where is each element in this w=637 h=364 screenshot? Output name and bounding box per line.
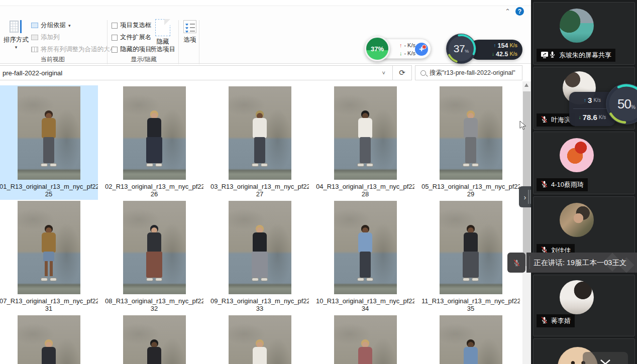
model-figure [355,110,375,171]
size-columns-button[interactable]: 将所有列调整为合适的大小 [31,45,116,54]
hidden-items-checkbox[interactable]: 隐藏的项目 [112,45,152,54]
group-by-icon [31,23,38,28]
participant-name-bar: 蒋李婧 [537,314,575,327]
download-speed: 42.5 [496,51,508,58]
speed-unit: K/s [593,97,600,103]
file-item[interactable]: 05_R13_original_r13_m_nyc_pf22_029 [421,85,520,200]
file-item[interactable]: 04_R13_original_r13_m_nyc_pf22_028 [316,85,414,200]
file-item[interactable]: 10_R13_original_r13_m_nyc_pf22_034 [316,200,414,314]
file-thumbnail [123,86,186,180]
meeting-participants-panel: 东坡朱的屏幕共享 叶海滨 4-10蔡雨琦 刘佳佳 [531,0,637,364]
sidebar-expand-button[interactable]: › [519,186,531,207]
sort-icon [10,20,23,33]
file-item[interactable] [210,314,309,364]
download-speed: 78.6 [583,113,597,122]
file-thumbnail [123,201,186,294]
progress-arc [446,34,476,64]
file-item[interactable]: 02_R13_original_r13_m_nyc_pf22_026 [105,85,203,200]
file-thumbnail [229,315,291,364]
search-icon [420,70,426,76]
percent-ring-badge[interactable]: 37 % [446,34,476,64]
file-item[interactable] [421,314,520,364]
scrollbar-up-icon[interactable] [524,83,528,87]
screen-share-icon [541,51,549,58]
file-item[interactable]: 11_R13_original_r13_m_nyc_pf22_035 [421,200,520,314]
file-name: 08_R13_original_r13_m_nyc_pf22_032 [105,297,203,312]
item-checkboxes-checkbox[interactable]: 项目复选框 [112,21,152,30]
file-name: 07_R13_original_r13_m_nyc_pf22_031 [0,297,98,312]
file-name: 05_R13_original_r13_m_nyc_pf22_029 [421,183,520,198]
file-thumbnail [18,315,80,364]
file-name: 04_R13_original_r13_m_nyc_pf22_028 [316,183,414,198]
upload-arrow-icon: ↑ [399,42,402,48]
model-figure [144,339,164,364]
file-list-area: 01_R13_original_r13_m_nyc_pf22_02502_R13… [0,81,522,364]
explorer-titlebar [0,0,531,6]
participant-name: 4-10蔡雨琦 [551,180,584,189]
file-thumbnail [229,86,291,180]
model-figure [39,225,59,285]
net-monitor-dark[interactable]: ↑ 154 K/s ↓ 42.5 K/s [469,40,522,60]
file-item[interactable]: 03_R13_original_r13_m_nyc_pf22_027 [210,85,309,200]
hide-selected-icon [155,19,170,36]
model-figure [250,339,270,364]
percent-value: 37% [371,45,384,53]
avatar [560,138,594,172]
drag-handle[interactable] [528,190,529,204]
battery-percent-badge[interactable]: 37% [365,36,390,61]
notification-dot [422,45,427,49]
refresh-button[interactable]: ⟳ [393,65,412,80]
percent-ring-badge[interactable]: 50 % [606,83,637,125]
participant-tile[interactable]: 刘佳佳 [533,196,635,259]
add-columns-icon [31,35,38,40]
options-button[interactable]: 选项 [179,20,201,44]
model-figure [39,339,59,364]
group-label-current-view: 当前视图 [15,55,90,64]
model-figure [355,339,375,364]
file-extensions-checkbox[interactable]: 文件扩展名 [112,33,152,42]
file-item[interactable] [0,314,98,364]
model-figure [461,110,481,171]
add-button[interactable]: + [415,43,428,56]
drag-handle[interactable] [530,190,531,204]
scrollbar-thumb[interactable] [523,91,530,266]
file-name: 02_R13_original_r13_m_nyc_pf22_026 [105,183,203,198]
address-dropdown-icon[interactable]: ˅ [382,70,385,76]
file-item[interactable]: 09_R13_original_r13_m_nyc_pf22_033 [210,200,309,314]
mic-muted-icon [513,259,520,267]
participant-tile[interactable]: 东坡朱的屏幕共享 [533,2,635,65]
address-bar[interactable]: pre-fall-2022-original ˅ [0,65,393,80]
search-input[interactable]: 搜索"r13-pre-fall-2022-original" [415,65,522,80]
help-icon[interactable]: ? [515,7,524,16]
screen: ⌃ ? 排序方式 ▾ 分组依据▾ 添加列 将所有 [0,0,637,364]
file-thumbnail [334,201,397,294]
file-item[interactable]: 01_R13_original_r13_m_nyc_pf22_025 [0,85,98,200]
file-thumbnail [123,315,186,364]
model-figure [144,225,164,285]
progress-arc [606,83,637,125]
checkbox-icon [112,23,118,29]
model-figure [461,225,481,285]
participant-tile[interactable]: 4-10蔡雨琦 [533,132,635,194]
options-icon [183,20,196,33]
add-columns-button[interactable]: 添加列 [31,33,60,42]
file-item[interactable] [316,314,414,364]
file-item[interactable]: 07_R13_original_r13_m_nyc_pf22_031 [0,200,98,314]
minimize-ribbon-icon[interactable]: ⌃ [505,8,510,15]
file-name: 10_R13_original_r13_m_nyc_pf22_034 [316,297,414,312]
mic-muted-icon [541,316,548,324]
participant-tile[interactable]: 蒋李婧 [533,275,635,336]
chevron-down-icon [600,359,611,364]
speed-unit: K/s [599,114,606,120]
file-item[interactable] [105,314,203,364]
file-thumbnail [18,201,80,294]
participant-tile[interactable] [533,338,635,364]
group-by-button[interactable]: 分组依据▾ [31,21,71,30]
participant-name: 蒋李婧 [551,316,571,325]
file-item[interactable]: 08_R13_original_r13_m_nyc_pf22_032 [105,200,203,314]
scroll-down-button[interactable] [583,352,628,364]
size-columns-icon [31,47,38,52]
hide-selected-button[interactable]: 隐藏 所选项目 [150,19,176,53]
chevron-down-icon: ▾ [2,44,30,51]
sort-by-button[interactable]: 排序方式 ▾ [2,20,30,51]
